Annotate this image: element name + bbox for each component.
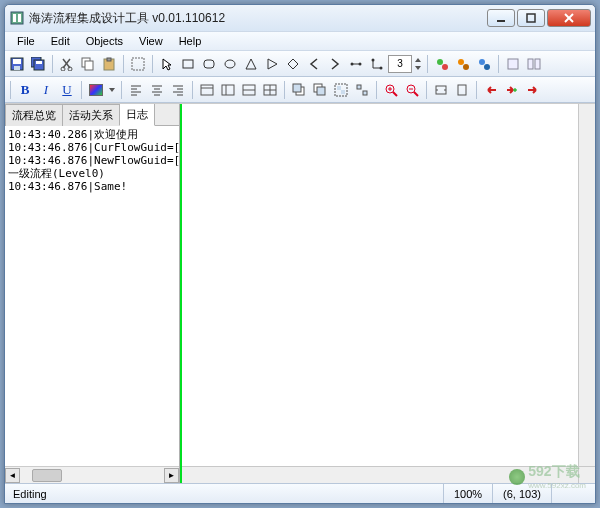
ellipse-icon <box>223 57 237 71</box>
bring-front-button[interactable] <box>289 80 309 100</box>
layout-2-icon <box>221 83 235 97</box>
ellipse-tool[interactable] <box>220 54 240 74</box>
underline-button[interactable]: U <box>57 80 77 100</box>
size-field[interactable]: 3 <box>388 55 412 73</box>
statusbar: Editing 100% (6, 103) <box>5 483 595 503</box>
zoom-in-button[interactable] <box>381 80 401 100</box>
paste-button[interactable] <box>99 54 119 74</box>
arrow-plus-icon <box>505 83 519 97</box>
bold-button[interactable]: B <box>15 80 35 100</box>
zoom-out-button[interactable] <box>402 80 422 100</box>
italic-button[interactable]: I <box>36 80 56 100</box>
arrow-right-red-icon <box>526 83 540 97</box>
font-color-button[interactable] <box>86 80 106 100</box>
layout-3-button[interactable] <box>239 80 259 100</box>
fit-page-icon <box>455 83 469 97</box>
minimize-button[interactable] <box>487 9 515 27</box>
triangle-tool[interactable] <box>241 54 261 74</box>
arrow-right-button[interactable] <box>523 80 543 100</box>
tab-log[interactable]: 日志 <box>119 103 155 126</box>
svg-rect-8 <box>13 59 21 64</box>
scroll-right-arrow[interactable]: ► <box>164 468 179 483</box>
size-stepper[interactable] <box>413 54 423 74</box>
send-back-button[interactable] <box>310 80 330 100</box>
layout-2-button[interactable] <box>218 80 238 100</box>
svg-rect-67 <box>357 85 361 89</box>
canvas[interactable] <box>180 104 595 483</box>
svg-line-74 <box>414 92 418 96</box>
font-color-dropdown[interactable] <box>107 80 117 100</box>
arrow-left-button[interactable] <box>481 80 501 100</box>
status-grip <box>551 484 591 503</box>
chev-left-tool[interactable] <box>304 54 324 74</box>
tab-relations[interactable]: 活动关系 <box>62 104 120 126</box>
svg-rect-68 <box>363 91 367 95</box>
app-icon <box>9 10 25 26</box>
canvas-grid[interactable] <box>182 104 578 466</box>
line-elbow-tool[interactable] <box>367 54 387 74</box>
layout-1-button[interactable] <box>197 80 217 100</box>
layout-4-button[interactable] <box>260 80 280 100</box>
diamond-tool[interactable] <box>283 54 303 74</box>
play-tool[interactable] <box>262 54 282 74</box>
chev-right-tool[interactable] <box>325 54 345 74</box>
cogs-orange-icon <box>456 57 470 71</box>
scroll-left-arrow[interactable]: ◄ <box>5 468 20 483</box>
scroll-thumb[interactable] <box>32 469 62 482</box>
panel-single-button[interactable] <box>503 54 523 74</box>
align-center-icon <box>150 83 164 97</box>
copy-button[interactable] <box>78 54 98 74</box>
sidebar-h-scrollbar[interactable]: ◄ ► <box>5 466 179 483</box>
window-title: 海涛流程集成设计工具 v0.01.110612 <box>29 10 487 27</box>
select-tool[interactable] <box>128 54 148 74</box>
rect-tool[interactable] <box>178 54 198 74</box>
line-h-tool[interactable] <box>346 54 366 74</box>
align-right-button[interactable] <box>168 80 188 100</box>
titlebar[interactable]: 海涛流程集成设计工具 v0.01.110612 <box>5 5 595 31</box>
svg-rect-38 <box>535 59 540 69</box>
paste-icon <box>102 57 116 71</box>
cogs-green-button[interactable] <box>432 54 452 74</box>
canvas-h-scrollbar[interactable] <box>182 466 578 483</box>
cogs-blue-button[interactable] <box>474 54 494 74</box>
svg-rect-18 <box>85 61 93 70</box>
menu-file[interactable]: File <box>9 33 43 49</box>
align-center-button[interactable] <box>147 80 167 100</box>
roundrect-tool[interactable] <box>199 54 219 74</box>
svg-rect-20 <box>107 58 111 61</box>
svg-point-24 <box>225 60 235 68</box>
panel-double-button[interactable] <box>524 54 544 74</box>
tab-overview[interactable]: 流程总览 <box>5 104 63 126</box>
menu-view[interactable]: View <box>131 33 171 49</box>
fit-width-button[interactable] <box>431 80 451 100</box>
ungroup-button[interactable] <box>352 80 372 100</box>
svg-point-35 <box>484 64 490 70</box>
save-icon <box>10 57 24 71</box>
pointer-tool[interactable] <box>157 54 177 74</box>
play-icon <box>265 57 279 71</box>
cogs-orange-button[interactable] <box>453 54 473 74</box>
save-all-button[interactable] <box>28 54 48 74</box>
svg-point-33 <box>463 64 469 70</box>
cut-button[interactable] <box>57 54 77 74</box>
svg-rect-37 <box>528 59 533 69</box>
separator <box>152 55 153 73</box>
fit-page-button[interactable] <box>452 80 472 100</box>
separator <box>476 81 477 99</box>
canvas-v-scrollbar[interactable] <box>578 104 595 466</box>
bring-front-icon <box>292 83 306 97</box>
arrow-plus-button[interactable] <box>502 80 522 100</box>
menu-help[interactable]: Help <box>171 33 210 49</box>
maximize-button[interactable] <box>517 9 545 27</box>
workarea: 流程总览 活动关系 日志 10:43:40.286|欢迎使用 10:43:46.… <box>5 103 595 483</box>
group-button[interactable] <box>331 80 351 100</box>
log-panel[interactable]: 10:43:40.286|欢迎使用 10:43:46.876|CurFlowGu… <box>5 126 179 466</box>
menu-objects[interactable]: Objects <box>78 33 131 49</box>
layout-1-icon <box>200 83 214 97</box>
svg-rect-51 <box>201 85 213 95</box>
close-button[interactable] <box>547 9 591 27</box>
align-left-button[interactable] <box>126 80 146 100</box>
save-button[interactable] <box>7 54 27 74</box>
align-right-icon <box>171 83 185 97</box>
menu-edit[interactable]: Edit <box>43 33 78 49</box>
